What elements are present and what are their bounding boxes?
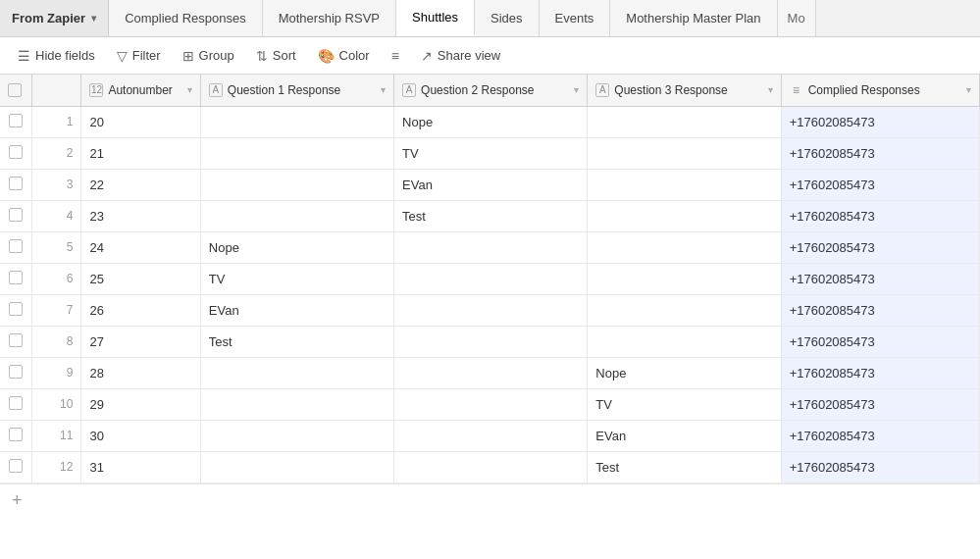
row-check-cell[interactable] (0, 137, 31, 169)
row-check-cell[interactable] (0, 200, 31, 231)
row-q2-cell[interactable] (394, 451, 588, 483)
row-q2-cell[interactable] (394, 294, 588, 326)
color-button[interactable]: 🎨 Color (308, 44, 380, 68)
table-row[interactable]: 4 23 Test +17602085473 (0, 200, 980, 231)
row-check-cell[interactable] (0, 451, 31, 483)
col-header-autonumber[interactable]: 12 Autonumber ▾ (81, 75, 200, 106)
col-header-q2[interactable]: A Question 2 Response ▾ (394, 75, 588, 106)
row-q1-cell[interactable] (200, 200, 393, 231)
row-check-cell[interactable] (0, 263, 31, 294)
row-checkbox[interactable] (9, 365, 23, 379)
tab-mothership-master-plan[interactable]: Mothership Master Plan (610, 0, 777, 36)
row-checkbox[interactable] (9, 177, 23, 190)
tab-label: Shuttles (412, 10, 458, 25)
row-q3-cell[interactable]: Nope (588, 357, 781, 388)
table-row[interactable]: 5 24 Nope +17602085473 (0, 231, 980, 263)
table-row[interactable]: 9 28 Nope +17602085473 (0, 357, 980, 388)
row-checkbox[interactable] (9, 208, 23, 222)
col-header-q3[interactable]: A Question 3 Response ▾ (588, 75, 781, 106)
row-q3-cell[interactable]: Test (588, 451, 781, 483)
row-q1-cell[interactable] (200, 137, 393, 169)
row-check-cell[interactable] (0, 326, 31, 357)
table-row[interactable]: 1 20 Nope +17602085473 (0, 106, 980, 137)
row-check-cell[interactable] (0, 357, 31, 388)
row-height-button[interactable]: ≡ (382, 44, 409, 68)
table-row[interactable]: 12 31 Test +17602085473 (0, 451, 980, 483)
row-check-cell[interactable] (0, 106, 31, 137)
row-q1-cell[interactable]: TV (200, 263, 393, 294)
add-row-button[interactable]: + (0, 483, 980, 517)
tab-shuttles[interactable]: Shuttles (396, 0, 475, 36)
col-header-complied[interactable]: ≡ Complied Responses ▾ (781, 75, 979, 106)
row-check-cell[interactable] (0, 294, 31, 326)
row-q1-cell[interactable]: EVan (200, 294, 393, 326)
hide-fields-button[interactable]: ☰ Hide fields (8, 44, 105, 68)
row-q2-cell[interactable]: TV (394, 137, 588, 169)
row-checkbox[interactable] (9, 114, 23, 127)
row-q1-cell[interactable] (200, 106, 393, 137)
row-number-cell: 1 (31, 106, 81, 137)
row-q2-cell[interactable]: Nope (394, 106, 588, 137)
row-q3-cell[interactable] (588, 294, 781, 326)
row-q1-cell[interactable]: Nope (200, 231, 393, 263)
tab-mothership-rsvp[interactable]: Mothership RSVP (263, 0, 396, 36)
row-q3-cell[interactable] (588, 200, 781, 231)
tab-sides[interactable]: Sides (475, 0, 540, 36)
col-header-check[interactable] (0, 75, 31, 106)
row-q2-cell[interactable] (394, 263, 588, 294)
row-check-cell[interactable] (0, 169, 31, 200)
tab-events[interactable]: Events (540, 0, 611, 36)
row-checkbox[interactable] (9, 396, 23, 410)
row-checkbox[interactable] (9, 333, 23, 347)
row-check-cell[interactable] (0, 231, 31, 263)
share-view-button[interactable]: ↗ Share view (411, 44, 510, 68)
table-row[interactable]: 7 26 EVan +17602085473 (0, 294, 980, 326)
row-q3-cell[interactable] (588, 231, 781, 263)
row-q2-cell[interactable]: Test (394, 200, 588, 231)
tab-more[interactable]: Mo (778, 0, 816, 36)
row-checkbox[interactable] (9, 302, 23, 316)
row-q1-cell[interactable] (200, 451, 393, 483)
select-all-checkbox[interactable] (8, 83, 22, 97)
row-q1-cell[interactable] (200, 169, 393, 200)
row-q2-cell[interactable] (394, 326, 588, 357)
row-q2-cell[interactable] (394, 357, 588, 388)
row-checkbox[interactable] (9, 271, 23, 284)
tab-complied-responses[interactable]: Complied Responses (109, 0, 263, 36)
table-row[interactable]: 3 22 EVan +17602085473 (0, 169, 980, 200)
row-q2-cell[interactable] (394, 388, 588, 420)
row-q3-cell[interactable] (588, 137, 781, 169)
row-q2-cell[interactable] (394, 420, 588, 451)
row-q1-cell[interactable]: Test (200, 326, 393, 357)
row-q2-cell[interactable] (394, 231, 588, 263)
row-q1-cell[interactable] (200, 357, 393, 388)
sort-button[interactable]: ⇅ Sort (246, 44, 306, 68)
row-q2-cell[interactable]: EVan (394, 169, 588, 200)
row-q3-cell[interactable] (588, 326, 781, 357)
row-q3-cell[interactable]: TV (588, 388, 781, 420)
row-q3-cell[interactable]: EVan (588, 420, 781, 451)
col-header-q1[interactable]: A Question 1 Response ▾ (200, 75, 393, 106)
row-checkbox[interactable] (9, 239, 23, 253)
row-q1-cell[interactable] (200, 420, 393, 451)
toolbar: ☰ Hide fields ▽ Filter ⊞ Group ⇅ Sort 🎨 … (0, 37, 980, 75)
group-button[interactable]: ⊞ Group (173, 44, 244, 68)
row-checkbox[interactable] (9, 428, 23, 441)
row-check-cell[interactable] (0, 420, 31, 451)
row-q1-cell[interactable] (200, 388, 393, 420)
col-header-label: Question 2 Response (421, 83, 534, 97)
filter-button[interactable]: ▽ Filter (107, 44, 171, 68)
hide-fields-label: Hide fields (35, 48, 95, 63)
row-checkbox[interactable] (9, 145, 23, 159)
table-row[interactable]: 8 27 Test +17602085473 (0, 326, 980, 357)
row-checkbox[interactable] (9, 459, 23, 473)
row-q3-cell[interactable] (588, 106, 781, 137)
table-row[interactable]: 6 25 TV +17602085473 (0, 263, 980, 294)
table-row[interactable]: 11 30 EVan +17602085473 (0, 420, 980, 451)
row-q3-cell[interactable] (588, 169, 781, 200)
row-q3-cell[interactable] (588, 263, 781, 294)
table-row[interactable]: 2 21 TV +17602085473 (0, 137, 980, 169)
source-tab[interactable]: From Zapier ▾ (0, 0, 109, 36)
table-row[interactable]: 10 29 TV +17602085473 (0, 388, 980, 420)
row-check-cell[interactable] (0, 388, 31, 420)
